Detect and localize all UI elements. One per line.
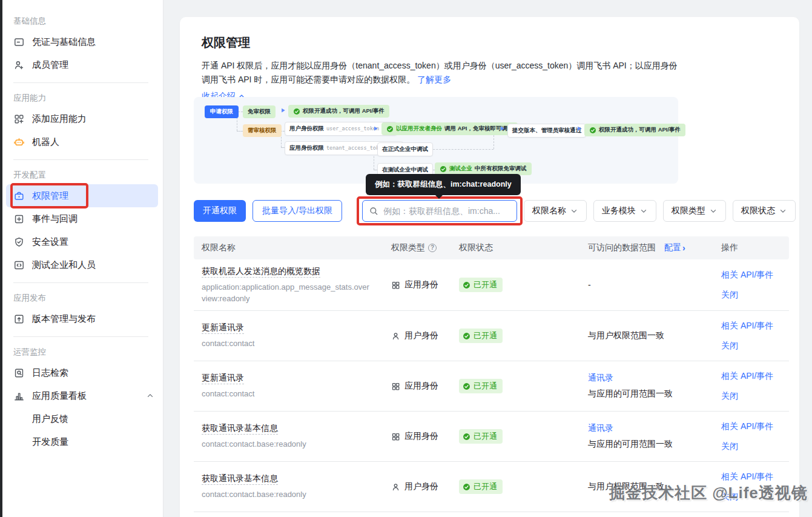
chevron-down-icon — [779, 207, 787, 215]
close-permission-link[interactable]: 关闭 — [721, 492, 789, 502]
permission-type-cell: 用户身份 — [383, 330, 451, 341]
sidebar-section-release: 应用发布 — [13, 292, 163, 305]
filter-permission-status[interactable]: 权限状态 — [733, 200, 796, 222]
sidebar-item-bot[interactable]: 机器人 — [2, 130, 163, 153]
col-permission-name: 权限名称 — [194, 242, 383, 253]
arrow-icon — [577, 125, 583, 132]
scope-contacts-link[interactable]: 通讯录 — [588, 373, 713, 384]
table-row: 更新通讯录 contact:contact 应用身份 已开通 通讯录 与应用的可… — [194, 361, 789, 412]
related-api-link[interactable]: 相关 API/事件 — [721, 371, 789, 382]
permission-name[interactable]: 获取机器人发送消息的概览数据 — [202, 266, 320, 278]
permission-name[interactable]: 获取通讯录基本信息 — [202, 423, 278, 435]
table-header: 权限名称 权限类型? 权限状态 可访问的数据范围 配置› 操作 — [194, 236, 789, 259]
permission-icon — [13, 190, 25, 202]
toolbar: 开通权限 批量导入/导出权限 例如：获取群组信息、im:chat:readonl… — [194, 200, 796, 222]
node-success-mid: 权限开通成功，可调用 API/事件 — [584, 124, 685, 136]
sidebar-item-version-release[interactable]: 版本管理与发布 — [2, 307, 163, 330]
data-scope-cell: - — [580, 280, 713, 290]
node-success-top: 权限开通成功，可调用 API/事件 — [288, 105, 389, 118]
search-box[interactable] — [362, 200, 517, 222]
check-icon — [463, 382, 470, 390]
sidebar-item-label: 应用质量看板 — [32, 390, 87, 402]
close-permission-link[interactable]: 关闭 — [721, 341, 789, 352]
chevron-up-icon[interactable] — [146, 392, 154, 400]
app-identity-icon — [391, 382, 400, 391]
sidebar-item-label: 凭证与基础信息 — [32, 36, 96, 48]
search-input[interactable] — [383, 206, 510, 216]
related-api-link[interactable]: 相关 API/事件 — [721, 421, 789, 432]
sidebar-item-events[interactable]: 事件与回调 — [2, 207, 163, 230]
filter-permission-type[interactable]: 权限类型 — [663, 200, 726, 222]
status-badge: 已开通 — [459, 379, 503, 393]
sidebar-item-log-search[interactable]: 日志检索 — [2, 361, 163, 384]
col-permission-type: 权限类型? — [383, 242, 451, 253]
help-icon[interactable]: ? — [428, 244, 437, 252]
sidebar-item-label: 事件与回调 — [32, 213, 78, 225]
node-formal-debug: 在正式企业中调试 — [377, 142, 433, 156]
node-apply-permission: 申请权限 — [205, 105, 239, 118]
permission-name-cell: 获取机器人发送消息的概览数据 application:application.a… — [194, 266, 383, 304]
sidebar-item-add-capability[interactable]: 添加应用能力 — [2, 107, 163, 130]
check-icon — [463, 433, 470, 441]
filter-label: 权限类型 — [672, 205, 705, 216]
filter-business-module[interactable]: 业务模块 — [593, 200, 656, 222]
sidebar-item-test-company[interactable]: 测试企业和人员 — [2, 253, 163, 276]
node-submit-review: 提交版本、管理员审核通过 — [507, 124, 586, 138]
col-permission-status: 权限状态 — [451, 242, 580, 253]
app-identity-icon — [391, 432, 400, 441]
configure-link[interactable]: 配置› — [664, 242, 685, 253]
check-icon — [293, 108, 300, 115]
permission-code: contact:contact.base:readonly — [202, 489, 383, 500]
user-identity-icon — [391, 332, 400, 341]
node-test-free: 测试企业中所有权限免审调试 — [435, 162, 532, 175]
related-api-link[interactable]: 相关 API/事件 — [721, 321, 789, 332]
search-icon — [369, 206, 378, 216]
sidebar-item-label: 用户反馈 — [32, 413, 68, 425]
actions-cell: 相关 API/事件 关闭 — [713, 321, 789, 352]
learn-more-link[interactable]: 了解更多 — [417, 75, 451, 84]
permission-name[interactable]: 获取通讯录基本信息 — [202, 473, 278, 485]
sidebar-item-label: 测试企业和人员 — [32, 259, 96, 271]
permission-name[interactable]: 更新通讯录 — [202, 373, 244, 384]
credential-icon — [13, 36, 25, 48]
arrow-icon — [374, 125, 379, 132]
close-permission-link[interactable]: 关闭 — [721, 441, 789, 452]
sidebar-item-permissions[interactable]: 权限管理 — [6, 184, 158, 207]
check-icon — [463, 332, 470, 340]
permission-name[interactable]: 更新通讯录 — [202, 322, 244, 334]
sidebar-item-quality-dashboard[interactable]: 应用质量看板 — [2, 384, 163, 407]
sidebar-item-credentials[interactable]: 凭证与基础信息 — [2, 30, 163, 53]
sidebar-item-members[interactable]: 成员管理 — [2, 53, 163, 76]
permission-code: application:application.app_message_stat… — [202, 281, 383, 304]
related-api-link[interactable]: 相关 API/事件 — [721, 472, 789, 482]
member-icon — [13, 59, 25, 71]
node-need-review: 需审核权限 — [243, 124, 282, 137]
user-identity-icon — [391, 482, 400, 492]
check-icon — [589, 127, 596, 134]
sidebar-item-dev-quality[interactable]: 开发质量 — [2, 430, 163, 453]
sidebar-item-label: 添加应用能力 — [32, 113, 87, 125]
status-badge: 已开通 — [459, 329, 503, 343]
search-area: 例如：获取群组信息、im:chat:readonly — [362, 200, 517, 222]
sidebar-section-monitoring: 运营监控 — [13, 345, 163, 359]
robot-icon — [13, 136, 25, 148]
arrow-icon — [281, 107, 286, 113]
sidebar-item-security[interactable]: 安全设置 — [2, 230, 163, 253]
close-permission-link[interactable]: 关闭 — [721, 391, 789, 402]
table-row: 获取机器人发送消息的概览数据 application:application.a… — [194, 259, 789, 311]
chevron-down-icon — [570, 207, 578, 215]
filter-permission-name[interactable]: 权限名称 — [524, 200, 587, 222]
sidebar-item-user-feedback[interactable]: 用户反馈 — [2, 407, 163, 430]
scope-contacts-link[interactable]: 通讯录 — [588, 423, 713, 434]
open-permission-button[interactable]: 开通权限 — [194, 200, 246, 222]
data-scope-cell: 通讯录 与应用的可用范围一致 — [580, 373, 713, 399]
sidebar-item-label: 权限管理 — [32, 190, 68, 202]
node-no-review: 免审权限 — [243, 105, 276, 118]
main-content-card: 权限管理 开通 API 权限后，应用才能以应用身份（tenant_access_… — [180, 17, 799, 517]
related-api-link[interactable]: 相关 API/事件 — [721, 270, 789, 281]
batch-import-export-button[interactable]: 批量导入/导出权限 — [253, 200, 342, 222]
permission-status-cell: 已开通 — [451, 379, 580, 393]
col-data-scope: 可访问的数据范围 配置› — [580, 242, 713, 253]
close-permission-link[interactable]: 关闭 — [721, 290, 789, 301]
bar-chart-icon — [13, 390, 25, 402]
